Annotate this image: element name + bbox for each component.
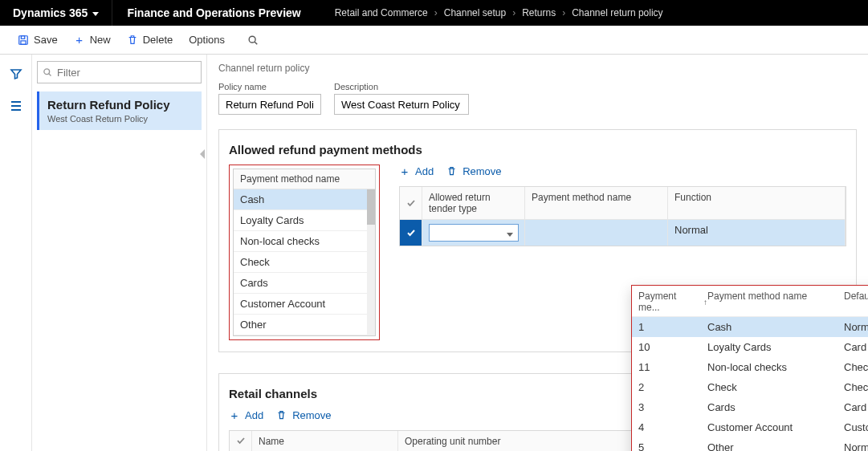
description-field: Description bbox=[334, 82, 469, 115]
list-icon[interactable] bbox=[6, 96, 26, 116]
column-payment-name[interactable]: Payment method name bbox=[525, 187, 668, 220]
brand-switcher[interactable]: Dynamics 365 bbox=[0, 0, 112, 26]
search-icon bbox=[247, 35, 259, 46]
remove-button[interactable]: Remove bbox=[276, 408, 331, 422]
lookup-header: Payment me... ↑ Payment method name Defa… bbox=[632, 286, 868, 317]
refund-grid: Allowed return tender type Payment metho… bbox=[399, 186, 846, 246]
lookup-row[interactable]: 5 Other Normal bbox=[632, 437, 868, 451]
plus-icon: + bbox=[399, 165, 410, 178]
add-label: Add bbox=[415, 165, 434, 177]
breadcrumb-item[interactable]: Channel return policy bbox=[572, 7, 662, 18]
brand-label: Dynamics 365 bbox=[13, 6, 88, 19]
trash-icon bbox=[276, 410, 287, 421]
chevron-right-icon: › bbox=[512, 7, 516, 18]
chevron-down-icon bbox=[92, 7, 99, 18]
search-button[interactable] bbox=[239, 30, 267, 51]
delete-button[interactable]: Delete bbox=[119, 29, 181, 51]
lookup-popup: Payment me... ↑ Payment method name Defa… bbox=[631, 285, 868, 451]
app-title: Finance and Operations Preview bbox=[112, 0, 315, 26]
lookup-row[interactable]: 3 Cards Card bbox=[632, 397, 868, 417]
select-all-checkbox[interactable] bbox=[230, 431, 252, 451]
add-button[interactable]: + Add bbox=[399, 165, 434, 178]
payment-methods-list: Payment method name Cash Loyalty Cards N… bbox=[229, 165, 380, 340]
field-label: Policy name bbox=[218, 82, 321, 91]
filter-box[interactable] bbox=[37, 61, 202, 83]
chevron-down-icon bbox=[507, 227, 513, 239]
lookup-row[interactable]: 10 Loyalty Cards Card bbox=[632, 337, 868, 357]
lookup-row[interactable]: 11 Non-local checks Check bbox=[632, 357, 868, 377]
trash-icon bbox=[127, 35, 138, 46]
grid-header: Allowed return tender type Payment metho… bbox=[400, 187, 846, 220]
collapse-panel-icon[interactable] bbox=[200, 149, 205, 159]
save-label: Save bbox=[34, 34, 58, 46]
grid-cell-function: Normal bbox=[668, 220, 846, 246]
tender-type-dropdown[interactable] bbox=[429, 224, 519, 242]
column-tender-type[interactable]: Allowed return tender type bbox=[422, 187, 525, 220]
select-all-checkbox[interactable] bbox=[400, 187, 422, 220]
lookup-col-name[interactable]: Payment method name bbox=[707, 291, 844, 313]
delete-label: Delete bbox=[143, 34, 173, 46]
trash-icon bbox=[446, 166, 458, 177]
list-item[interactable]: Cash bbox=[234, 189, 375, 210]
lookup-row[interactable]: 1 Cash Normal bbox=[632, 317, 868, 337]
lookup-col-fn[interactable]: Default function bbox=[844, 291, 868, 313]
content-area: Channel return policy Policy name Descri… bbox=[207, 55, 868, 451]
options-button[interactable]: Options bbox=[181, 29, 233, 51]
new-label: New bbox=[90, 34, 111, 46]
scrollbar-thumb[interactable] bbox=[367, 189, 375, 225]
filter-icon[interactable] bbox=[6, 64, 26, 83]
plus-icon: + bbox=[229, 408, 240, 422]
list-item[interactable]: Loyalty Cards bbox=[234, 210, 375, 231]
save-icon bbox=[18, 35, 29, 46]
chevron-right-icon: › bbox=[562, 7, 565, 18]
row-checkbox[interactable] bbox=[400, 220, 422, 246]
list-item[interactable]: Non-local checks bbox=[234, 231, 375, 252]
command-bar: Save + New Delete Options bbox=[0, 26, 868, 55]
section-heading: Allowed refund payment methods bbox=[229, 143, 846, 156]
scrollbar[interactable] bbox=[367, 189, 375, 335]
svg-rect-2 bbox=[21, 40, 26, 43]
new-button[interactable]: + New bbox=[66, 28, 119, 51]
breadcrumb-item[interactable]: Channel setup bbox=[444, 7, 506, 18]
remove-label: Remove bbox=[292, 409, 331, 421]
left-rail bbox=[0, 55, 32, 451]
options-label: Options bbox=[189, 34, 225, 46]
save-button[interactable]: Save bbox=[10, 29, 66, 51]
list-item-title: Return Refund Policy bbox=[47, 98, 194, 112]
list-item[interactable]: Check bbox=[234, 252, 375, 273]
chevron-right-icon: › bbox=[434, 7, 438, 18]
list-item[interactable]: Cards bbox=[234, 273, 375, 294]
field-label: Description bbox=[334, 82, 469, 91]
remove-button[interactable]: Remove bbox=[446, 165, 501, 178]
description-input[interactable] bbox=[334, 94, 469, 115]
svg-point-4 bbox=[44, 69, 50, 75]
filter-input[interactable] bbox=[57, 67, 196, 79]
breadcrumb-item[interactable]: Retail and Commerce bbox=[335, 7, 428, 18]
policy-name-input[interactable] bbox=[218, 94, 321, 115]
title-bar: Dynamics 365 Finance and Operations Prev… bbox=[0, 0, 868, 26]
add-button[interactable]: + Add bbox=[229, 408, 263, 422]
column-name[interactable]: Name bbox=[252, 431, 398, 451]
lookup-row[interactable]: 2 Check Check bbox=[632, 377, 868, 397]
policy-name-field: Policy name bbox=[218, 82, 321, 115]
column-function[interactable]: Function bbox=[668, 187, 846, 220]
grid-row[interactable]: Normal bbox=[400, 220, 846, 246]
list-item[interactable]: Customer Account bbox=[234, 294, 375, 315]
search-icon bbox=[43, 67, 52, 77]
list-item[interactable]: Return Refund Policy West Coast Return P… bbox=[37, 91, 202, 130]
list-item[interactable]: Other bbox=[234, 315, 375, 335]
remove-label: Remove bbox=[463, 165, 501, 177]
list-header[interactable]: Payment method name bbox=[234, 169, 375, 189]
lookup-col-id[interactable]: Payment me... ↑ bbox=[638, 291, 707, 313]
svg-rect-1 bbox=[21, 35, 24, 39]
list-item-subtitle: West Coast Return Policy bbox=[47, 114, 194, 124]
page-title: Channel return policy bbox=[218, 63, 857, 74]
svg-point-3 bbox=[249, 36, 255, 43]
breadcrumb-item[interactable]: Returns bbox=[522, 7, 556, 18]
lookup-row[interactable]: 4 Customer Account Customer bbox=[632, 417, 868, 437]
add-label: Add bbox=[245, 409, 263, 421]
plus-icon: + bbox=[74, 33, 85, 47]
list-panel: Return Refund Policy West Coast Return P… bbox=[32, 55, 207, 451]
grid-cell-name[interactable] bbox=[525, 220, 668, 246]
breadcrumb: Retail and Commerce › Channel setup › Re… bbox=[316, 7, 663, 18]
